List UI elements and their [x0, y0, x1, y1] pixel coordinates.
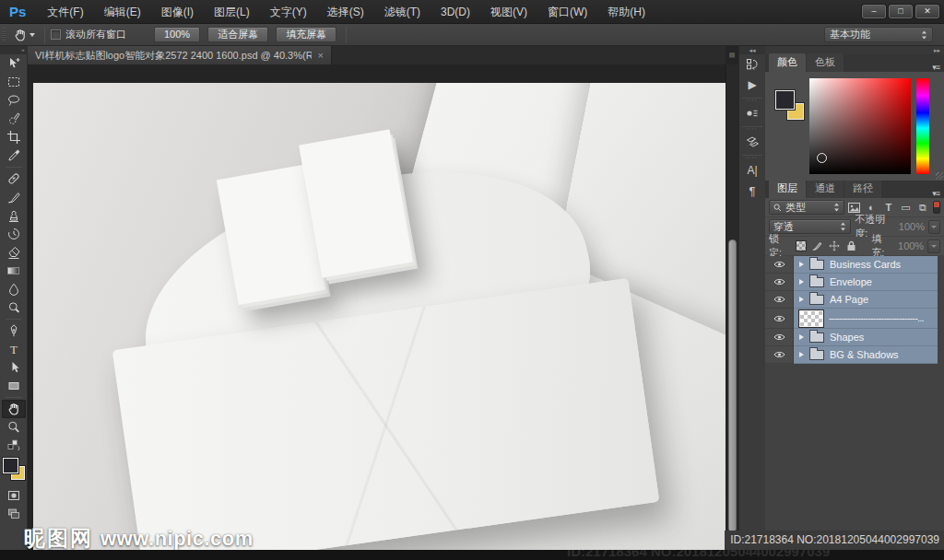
tool-history-brush[interactable]	[2, 225, 26, 243]
panel-menu-icon[interactable]: ▾≡	[927, 63, 944, 72]
visibility-cell[interactable]	[765, 256, 794, 274]
lock-transparency-icon[interactable]	[796, 240, 807, 251]
color-picker-cursor[interactable]	[817, 153, 827, 163]
tool-blur[interactable]	[2, 280, 26, 298]
filter-type-dropdown[interactable]: 类型	[769, 200, 844, 215]
tab-swatches[interactable]: 色板	[807, 53, 844, 72]
expand-triangle-icon[interactable]	[799, 279, 804, 285]
character-panel-icon[interactable]: A|	[741, 160, 763, 181]
visibility-cell[interactable]	[765, 291, 794, 309]
zoom-100-button[interactable]: 100%	[154, 27, 200, 42]
menu-item-type[interactable]: 文字(Y)	[260, 0, 317, 24]
tool-crop[interactable]	[2, 128, 26, 146]
menu-item-layer[interactable]: 图层(L)	[204, 0, 260, 24]
expand-triangle-icon[interactable]	[799, 262, 804, 267]
expand-triangle-icon[interactable]	[799, 297, 804, 302]
expand-dock-icon[interactable]: ◂◂	[739, 46, 766, 54]
actions-panel-icon[interactable]: ▶	[741, 75, 763, 95]
expand-triangle-icon[interactable]	[799, 352, 804, 357]
menu-item-file[interactable]: 文件(F)	[37, 0, 93, 24]
tab-color[interactable]: 颜色	[769, 53, 806, 72]
eyedropper-icon	[6, 148, 21, 163]
3d-panel-icon[interactable]	[741, 132, 763, 152]
layer-row-transparent[interactable]: ----------------------------------...	[765, 309, 944, 329]
layer-row-business-cards[interactable]: Business Cards	[765, 256, 944, 274]
tool-hand[interactable]	[2, 400, 26, 418]
tool-spot-healing-brush[interactable]	[2, 169, 26, 188]
layer-row-envelope[interactable]: Envelope	[765, 274, 944, 291]
visibility-cell[interactable]	[765, 309, 794, 329]
fill-screen-button[interactable]: 填充屏幕	[276, 27, 336, 42]
tool-path-selection[interactable]	[2, 358, 26, 377]
tool-gradient[interactable]	[2, 262, 26, 280]
tab-channels[interactable]: 通道	[807, 180, 844, 198]
tool-move[interactable]	[2, 54, 26, 73]
hue-ramp[interactable]	[916, 78, 929, 174]
menu-item-image[interactable]: 图像(I)	[151, 0, 204, 24]
panel-options-icon[interactable]: ▤	[726, 46, 738, 64]
tool-brush[interactable]	[2, 188, 26, 206]
document-tab[interactable]: VI样机标志贴图logo智能对象2572 2400 1600.psd @ 40.…	[28, 46, 332, 64]
scrollbar-thumb[interactable]	[728, 239, 737, 532]
menu-item-view[interactable]: 视图(V)	[480, 0, 537, 24]
foreground-color-swatch[interactable]	[3, 458, 18, 473]
maximize-button[interactable]: □	[889, 5, 913, 18]
menu-item-help[interactable]: 帮助(H)	[597, 0, 655, 24]
layer-row-shapes[interactable]: Shapes	[765, 329, 944, 346]
fill-dropdown-button[interactable]	[927, 239, 940, 253]
filter-shape-layers-icon[interactable]: ▭	[899, 201, 913, 215]
hand-tool-preset[interactable]	[9, 28, 39, 42]
lock-paint-icon[interactable]	[810, 239, 824, 253]
collapse-tools-icon[interactable]: »	[0, 46, 28, 54]
screen-mode-button[interactable]	[2, 505, 26, 523]
tool-eraser[interactable]	[2, 243, 26, 262]
tool-presets-panel-icon[interactable]	[741, 103, 763, 123]
panel-menu-icon[interactable]: ▾≡	[927, 189, 944, 198]
visibility-cell[interactable]	[765, 274, 794, 291]
lock-position-icon[interactable]	[828, 239, 842, 253]
menu-item-edit[interactable]: 编辑(E)	[94, 0, 151, 24]
lock-all-icon[interactable]	[844, 239, 858, 253]
tool-rectangular-marquee[interactable]	[2, 73, 26, 91]
tab-layers[interactable]: 图层	[769, 180, 806, 198]
tool-dodge[interactable]	[2, 298, 26, 317]
lock-row: 锁定:	[765, 237, 944, 256]
tool-clone-stamp[interactable]	[2, 206, 26, 225]
opacity-dropdown-button[interactable]	[928, 220, 940, 234]
close-tab-icon[interactable]: ×	[318, 50, 324, 61]
close-button[interactable]: ✕	[915, 5, 939, 18]
filter-smart-objects-icon[interactable]: ⧉	[916, 201, 930, 215]
tool-eyedropper[interactable]	[2, 146, 26, 165]
visibility-cell[interactable]	[765, 329, 794, 346]
menu-item-3d[interactable]: 3D(D)	[431, 0, 480, 24]
scroll-all-windows-checkbox[interactable]	[51, 29, 61, 40]
paragraph-panel-icon[interactable]: ¶	[741, 181, 763, 201]
workspace-switcher[interactable]: 基本功能	[824, 27, 933, 42]
visibility-cell[interactable]	[765, 346, 794, 364]
fit-screen-button[interactable]: 适合屏幕	[207, 27, 268, 42]
minimize-button[interactable]: –	[862, 5, 886, 18]
menu-item-filter[interactable]: 滤镜(T)	[374, 0, 431, 24]
tab-paths[interactable]: 路径	[844, 180, 881, 198]
history-panel-icon[interactable]	[741, 54, 763, 75]
expand-triangle-icon[interactable]	[799, 334, 804, 340]
menu-item-window[interactable]: 窗口(W)	[537, 0, 597, 24]
tool-rectangle-shape[interactable]	[2, 377, 26, 395]
canvas[interactable]	[28, 64, 738, 560]
panel-resize-grip[interactable]	[936, 172, 943, 180]
layer-filter-toggle[interactable]	[933, 201, 940, 214]
swap-colors-control[interactable]	[2, 437, 26, 455]
menu-item-select[interactable]: 选择(S)	[317, 0, 374, 24]
tool-pen[interactable]	[2, 321, 26, 340]
vertical-scrollbar[interactable]	[726, 64, 738, 560]
quick-mask-button[interactable]	[2, 486, 26, 505]
tool-lasso[interactable]	[2, 91, 26, 110]
foreground-color-swatch[interactable]	[775, 90, 795, 110]
tool-zoom[interactable]	[2, 418, 26, 437]
layer-row-bg-shadows[interactable]: BG & Shadows	[765, 346, 944, 364]
layer-row-a4-page[interactable]: A4 Page	[765, 291, 944, 309]
tool-quick-selection[interactable]	[2, 110, 26, 128]
layer-thumbnail-transparent[interactable]	[799, 310, 823, 327]
color-swatches[interactable]	[2, 457, 26, 481]
tool-type[interactable]: T	[2, 340, 26, 358]
